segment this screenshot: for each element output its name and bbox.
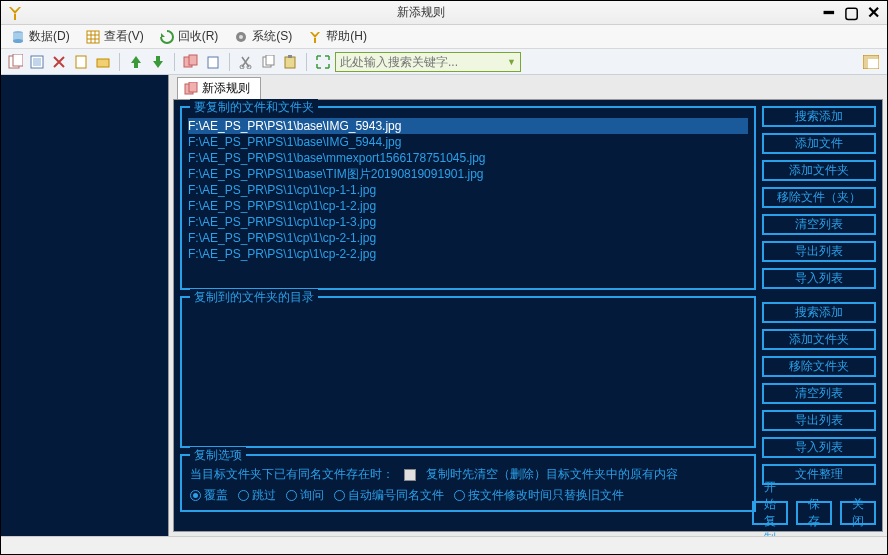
app-icon: [7, 5, 23, 21]
svg-rect-11: [13, 54, 23, 66]
doc-icon[interactable]: [71, 52, 91, 72]
copy-icon[interactable]: [258, 52, 278, 72]
tab-new-rule[interactable]: 新添规则: [177, 77, 261, 99]
dest-folder-list[interactable]: [186, 306, 750, 442]
close-button[interactable]: ✕: [863, 4, 883, 22]
file-list-item[interactable]: F:\AE_PS_PR\PS\1\cp\1\cp-2-1.jpg: [188, 230, 748, 246]
help-icon: [308, 30, 322, 44]
svg-rect-23: [285, 57, 295, 68]
dst-clear-button[interactable]: 清空列表: [762, 383, 876, 404]
radio-autonum[interactable]: 自动编号同名文件: [334, 487, 444, 504]
close-dialog-button[interactable]: 关闭: [840, 501, 876, 525]
svg-point-2: [13, 39, 23, 43]
radio-skip[interactable]: 跳过: [238, 487, 276, 504]
new-rule-icon[interactable]: [5, 52, 25, 72]
tab-label: 新添规则: [202, 80, 250, 97]
clear-first-label: 复制时先清空（删除）目标文件夹中的原有内容: [426, 466, 678, 483]
minimize-button[interactable]: ━: [819, 4, 839, 22]
separator: [119, 53, 120, 71]
menu-data[interactable]: 数据(D): [7, 28, 74, 45]
svg-rect-24: [288, 55, 292, 58]
paste-icon[interactable]: [203, 52, 223, 72]
tabstrip: 新添规则: [169, 75, 887, 99]
dst-import-button[interactable]: 导入列表: [762, 437, 876, 458]
src-search-add-button[interactable]: 搜索添加: [762, 106, 876, 127]
radio-ask[interactable]: 询问: [286, 487, 324, 504]
dst-export-button[interactable]: 导出列表: [762, 410, 876, 431]
src-add-file-button[interactable]: 添加文件: [762, 133, 876, 154]
file-list-item[interactable]: F:\AE_PS_PR\PS\1\cp\1\cp-1-2.jpg: [188, 198, 748, 214]
menubar: 数据(D) 查看(V) 回收(R) 系统(S) 帮助(H): [1, 25, 887, 49]
start-copy-button[interactable]: 开始复制: [752, 501, 788, 525]
src-export-button[interactable]: 导出列表: [762, 241, 876, 262]
menu-help[interactable]: 帮助(H): [304, 28, 371, 45]
search-input[interactable]: [340, 55, 503, 69]
group-title: 复制选项: [190, 447, 246, 464]
radio-label: 自动编号同名文件: [348, 487, 444, 504]
statusbar: [1, 536, 887, 554]
menu-recycle[interactable]: 回收(R): [156, 28, 223, 45]
radio-label: 询问: [300, 487, 324, 504]
search-box[interactable]: ▼: [335, 52, 521, 72]
folder-icon[interactable]: [93, 52, 113, 72]
svg-rect-13: [33, 58, 41, 66]
svg-point-9: [239, 35, 243, 39]
grid-icon: [86, 30, 100, 44]
file-list-item[interactable]: F:\AE_PS_PR\PS\1\cp\1\cp-2-2.jpg: [188, 246, 748, 262]
menu-label: 数据(D): [29, 28, 70, 45]
radio-newer[interactable]: 按文件修改时间只替换旧文件: [454, 487, 624, 504]
chevron-down-icon[interactable]: ▼: [507, 57, 516, 67]
menu-label: 帮助(H): [326, 28, 367, 45]
group-title: 要复制的文件和文件夹: [190, 99, 318, 116]
file-list-item[interactable]: F:\AE_PS_PR\PS\1\cp\1\cp-1-3.jpg: [188, 214, 748, 230]
svg-rect-17: [189, 55, 197, 65]
file-list-item[interactable]: F:\AE_PS_PR\PS\1\base\IMG_5944.jpg: [188, 134, 748, 150]
radio-label: 覆盖: [204, 487, 228, 504]
svg-rect-26: [863, 55, 879, 59]
dup-policy-label: 当目标文件夹下已有同名文件存在时：: [190, 466, 394, 483]
menu-label: 系统(S): [252, 28, 292, 45]
menu-system[interactable]: 系统(S): [230, 28, 296, 45]
maximize-button[interactable]: ▢: [841, 4, 861, 22]
left-tree-pane[interactable]: [1, 75, 169, 536]
separator: [229, 53, 230, 71]
radio-label: 按文件修改时间只替换旧文件: [468, 487, 624, 504]
svg-rect-29: [189, 82, 197, 92]
src-remove-button[interactable]: 移除文件（夹）: [762, 187, 876, 208]
copy-rule-icon[interactable]: [27, 52, 47, 72]
menu-label: 查看(V): [104, 28, 144, 45]
toolbar: ▼: [1, 49, 887, 75]
layout-icon[interactable]: [861, 52, 881, 72]
dst-remove-button[interactable]: 移除文件夹: [762, 356, 876, 377]
svg-rect-22: [266, 55, 274, 65]
save-button[interactable]: 保存: [796, 501, 832, 525]
dst-organize-button[interactable]: 文件整理: [762, 464, 876, 485]
svg-rect-15: [97, 59, 109, 67]
file-list-item[interactable]: F:\AE_PS_PR\PS\1\cp\1\cp-1-1.jpg: [188, 182, 748, 198]
src-import-button[interactable]: 导入列表: [762, 268, 876, 289]
dst-search-add-button[interactable]: 搜索添加: [762, 302, 876, 323]
duplicate-icon[interactable]: [181, 52, 201, 72]
menu-view[interactable]: 查看(V): [82, 28, 148, 45]
expand-icon[interactable]: [313, 52, 333, 72]
source-file-list[interactable]: F:\AE_PS_PR\PS\1\base\IMG_5943.jpgF:\AE_…: [186, 116, 750, 284]
radio-overwrite[interactable]: 覆盖: [190, 487, 228, 504]
up-arrow-icon[interactable]: [126, 52, 146, 72]
window-title: 新添规则: [23, 4, 819, 21]
dst-add-folder-button[interactable]: 添加文件夹: [762, 329, 876, 350]
gear-icon: [234, 30, 248, 44]
delete-icon[interactable]: [49, 52, 69, 72]
src-clear-button[interactable]: 清空列表: [762, 214, 876, 235]
clear-first-checkbox[interactable]: [404, 469, 416, 481]
src-add-folder-button[interactable]: 添加文件夹: [762, 160, 876, 181]
file-list-item[interactable]: F:\AE_PS_PR\PS\1\base\mmexport1566178751…: [188, 150, 748, 166]
recycle-icon: [160, 30, 174, 44]
cut-icon[interactable]: [236, 52, 256, 72]
down-arrow-icon[interactable]: [148, 52, 168, 72]
separator: [174, 53, 175, 71]
file-list-item[interactable]: F:\AE_PS_PR\PS\1\base\IMG_5943.jpg: [188, 118, 748, 134]
titlebar: 新添规则 ━ ▢ ✕: [1, 1, 887, 25]
clipboard-icon[interactable]: [280, 52, 300, 72]
file-list-item[interactable]: F:\AE_PS_PR\PS\1\base\TIM图片2019081909190…: [188, 166, 748, 182]
group-dest-folders: 复制到的文件夹的目录: [180, 296, 756, 448]
